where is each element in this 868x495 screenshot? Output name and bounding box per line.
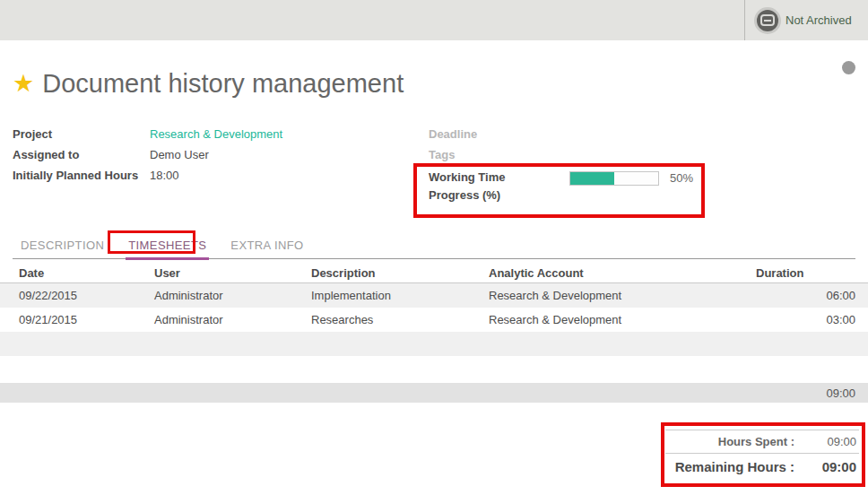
page-title: Document history management [42, 68, 404, 99]
cell-description: Researches [305, 313, 482, 326]
tab-description[interactable]: DESCRIPTION [18, 236, 107, 258]
field-label-assigned-to: Assigned to [13, 148, 150, 161]
cell-date: 09/21/2015 [13, 313, 148, 326]
column-header-user[interactable]: User [148, 266, 305, 280]
favorite-star-icon[interactable]: ★ [13, 69, 34, 98]
notebook-tabs: DESCRIPTION TIMESHEETS EXTRA INFO [13, 236, 855, 259]
field-assigned-to: Assigned to Demo User [13, 148, 407, 169]
field-working-time-progress: Working Time Progress (%) 50% [429, 169, 707, 204]
cell-analytic-account: Research & Development [482, 289, 750, 302]
title-row: ★ Document history management [13, 68, 404, 99]
cell-user: Administrator [148, 313, 305, 326]
planned-hours-value: 18:00 [150, 169, 179, 182]
field-project: Project Research & Development [13, 127, 407, 148]
tab-timesheets[interactable]: TIMESHEETS [126, 236, 209, 260]
field-label-working-time: Working Time Progress (%) [429, 169, 545, 204]
cell-analytic-account: Research & Development [482, 313, 750, 326]
field-group-left: Project Research & Development Assigned … [13, 127, 407, 189]
column-header-analytic-account[interactable]: Analytic Account [482, 266, 750, 280]
top-bar: Not Archived [0, 0, 868, 40]
remaining-hours-value: 09:00 [803, 459, 859, 474]
duration-total: 09:00 [750, 386, 855, 400]
cell-description: Implementation [305, 289, 482, 302]
project-link[interactable]: Research & Development [150, 127, 282, 141]
field-group-right: Deadline Tags Working Time Progress (%) … [429, 127, 707, 204]
cell-duration: 03:00 [750, 313, 855, 326]
progress-bar-fill [570, 172, 614, 185]
timesheets-table: Date User Description Analytic Account D… [0, 263, 868, 403]
column-header-date[interactable]: Date [13, 266, 148, 280]
column-header-duration[interactable]: Duration [750, 266, 855, 280]
tab-extra-info[interactable]: EXTRA INFO [228, 236, 306, 258]
cell-date: 09/22/2015 [13, 289, 148, 302]
field-deadline: Deadline [429, 127, 707, 148]
field-label-project: Project [13, 127, 150, 141]
field-planned-hours: Initially Planned Hours 18:00 [13, 169, 407, 189]
table-row-empty[interactable] [0, 332, 868, 356]
column-header-description[interactable]: Description [305, 266, 482, 280]
progress-bar [569, 171, 659, 186]
table-row[interactable]: 09/22/2015 Administrator Implementation … [0, 283, 868, 308]
hours-spent-row: Hours Spent : 09:00 [665, 430, 859, 454]
field-label-tags: Tags [429, 148, 566, 161]
archive-toggle-button[interactable]: Not Archived [744, 0, 868, 40]
cell-duration: 06:00 [750, 289, 855, 302]
table-footer-row: 09:00 [0, 383, 868, 403]
remaining-hours-label: Remaining Hours : [665, 459, 803, 474]
table-header-row: Date User Description Analytic Account D… [0, 263, 868, 283]
assigned-to-value: Demo User [150, 148, 209, 161]
field-tags: Tags [429, 148, 707, 169]
archive-icon [757, 10, 778, 31]
remaining-hours-row: Remaining Hours : 09:00 [665, 454, 859, 478]
cell-user: Administrator [148, 289, 305, 302]
table-row[interactable]: 09/21/2015 Administrator Researches Rese… [0, 308, 868, 332]
hours-summary: Hours Spent : 09:00 Remaining Hours : 09… [665, 430, 859, 478]
hours-spent-label: Hours Spent : [665, 435, 803, 448]
field-label-deadline: Deadline [429, 127, 566, 141]
field-label-planned-hours: Initially Planned Hours [13, 169, 150, 182]
archive-toggle-label: Not Archived [786, 13, 852, 27]
status-dot-icon [842, 61, 855, 74]
progress-percent-text: 50% [670, 171, 693, 204]
hours-spent-value: 09:00 [803, 435, 859, 448]
